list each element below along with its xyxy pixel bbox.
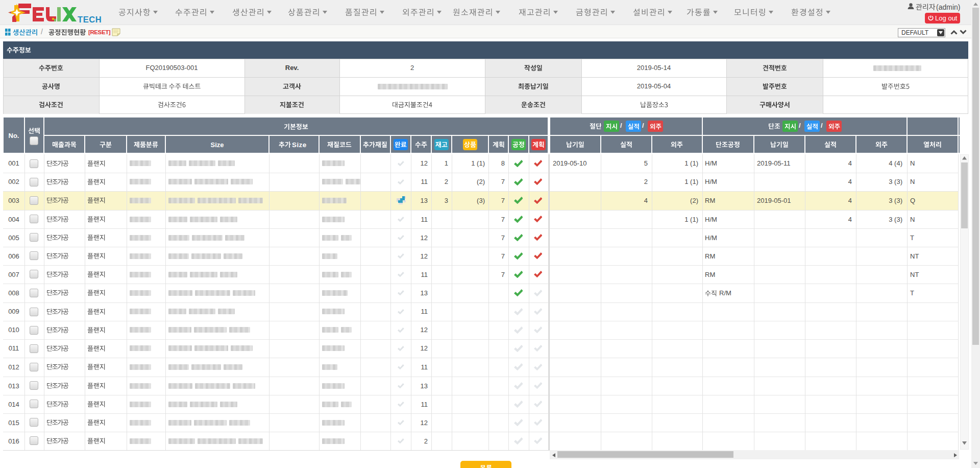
svg-text:TECH: TECH <box>78 15 102 24</box>
